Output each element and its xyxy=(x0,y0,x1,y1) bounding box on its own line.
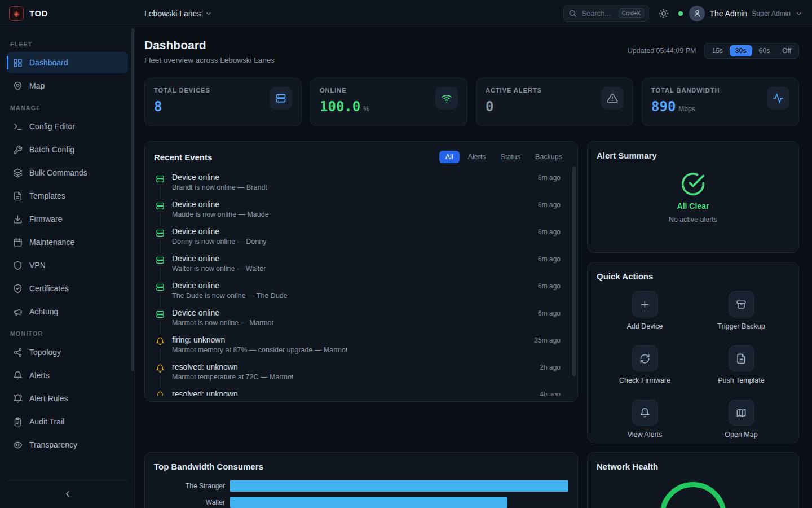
sidebar-section-label: FLEET xyxy=(10,41,125,47)
event-title: Device online xyxy=(172,227,219,236)
event-row[interactable]: Device online 6m ago Walter is now onlin… xyxy=(154,251,568,278)
bar xyxy=(230,497,508,508)
event-time: 6m ago xyxy=(538,174,561,182)
bell-ring-icon xyxy=(13,394,23,404)
page-title: Dashboard xyxy=(144,38,275,52)
event-title: resolved: unknown xyxy=(172,362,238,371)
event-row[interactable]: Device online 6m ago Donny is now online… xyxy=(154,224,568,251)
server-icon xyxy=(270,87,292,110)
map-icon xyxy=(729,400,754,426)
app-logo-icon: ◈ xyxy=(9,6,24,21)
scrollbar-thumb[interactable] xyxy=(131,28,134,371)
quick-action[interactable]: Add Device xyxy=(597,291,693,330)
sidebar-item[interactable]: Topology xyxy=(7,341,128,363)
theme-toggle-button[interactable] xyxy=(655,5,672,22)
event-time: 6m ago xyxy=(538,309,561,317)
sidebar-item-label: Alerts xyxy=(29,371,50,380)
archive-icon xyxy=(729,291,754,317)
megaphone-icon xyxy=(13,307,23,317)
sidebar-item[interactable]: Dashboard xyxy=(7,52,128,73)
refresh-icon xyxy=(632,345,658,371)
event-detail: Walter is now online — Walter xyxy=(172,265,561,273)
quick-action[interactable]: Open Map xyxy=(693,400,789,439)
event-row[interactable]: Device online 6m ago Maude is now online… xyxy=(154,197,568,224)
sidebar-item-label: Maintenance xyxy=(29,238,74,247)
map-pin-icon xyxy=(13,81,23,91)
quick-action[interactable]: Check Firmware xyxy=(597,345,693,384)
sidebar-item-label: Bulk Commands xyxy=(29,168,87,177)
event-row[interactable]: resolved: unknown 2h ago Marmot temperat… xyxy=(154,360,568,387)
event-time: 6m ago xyxy=(538,255,561,263)
events-tab[interactable]: Backups xyxy=(529,151,568,163)
layers-icon xyxy=(13,168,23,178)
events-tab[interactable]: All xyxy=(439,151,460,163)
event-title: Device online xyxy=(172,254,219,263)
sidebar-item-label: Achtung xyxy=(29,307,58,316)
search-icon xyxy=(568,9,577,17)
sidebar-item[interactable]: Audit Trail xyxy=(7,411,128,432)
sidebar-collapse-button[interactable] xyxy=(59,485,76,502)
sidebar-item[interactable]: Alert Rules xyxy=(7,388,128,409)
status-dot xyxy=(678,11,683,16)
global-search[interactable]: Cmd+K xyxy=(563,5,649,22)
sidebar-item[interactable]: Transparency xyxy=(7,434,128,456)
sidebar-item-label: Templates xyxy=(29,191,65,200)
search-input[interactable] xyxy=(580,8,615,18)
event-detail: Marmot memory at 87% — consider upgrade … xyxy=(172,346,561,354)
sidebar-item[interactable]: Config Editor xyxy=(7,116,128,137)
card-title: Recent Events xyxy=(154,152,212,162)
quick-action-label: Trigger Backup xyxy=(717,322,765,330)
event-time: 6m ago xyxy=(538,228,561,236)
bell-icon xyxy=(156,391,165,396)
quick-action[interactable]: Trigger Backup xyxy=(693,291,789,330)
refresh-option[interactable]: Off xyxy=(776,45,797,56)
quick-action[interactable]: View Alerts xyxy=(597,400,693,439)
events-list: Device online 6m ago Brandt is now onlin… xyxy=(154,170,568,396)
sidebar-item[interactable]: Alerts xyxy=(7,365,128,386)
sidebar-section: FLEET Dashboard Map xyxy=(7,41,128,97)
events-tab[interactable]: Status xyxy=(495,151,527,163)
stat-label: ACTIVE ALERTS xyxy=(486,87,542,94)
sidebar-item-label: Firmware xyxy=(29,214,62,224)
sidebar-item[interactable]: Firmware xyxy=(7,208,128,230)
bar-label: Walter xyxy=(154,498,225,506)
sidebar-item[interactable]: Certificates xyxy=(7,278,128,299)
sidebar: FLEET Dashboard Map MANAGE xyxy=(0,27,135,508)
event-row[interactable]: Device online 6m ago Brandt is now onlin… xyxy=(154,170,568,197)
scrollbar-thumb[interactable] xyxy=(572,167,576,376)
sidebar-item-label: Dashboard xyxy=(29,58,68,67)
event-row[interactable]: resolved: unknown 4h ago xyxy=(154,387,568,396)
quick-action-label: View Alerts xyxy=(628,431,663,439)
topbar: ◈ TOD Lebowski Lanes Cmd+K The Admin Sup… xyxy=(0,0,812,27)
sidebar-item-label: Audit Trail xyxy=(29,417,64,426)
file-text-icon xyxy=(729,345,754,371)
server-icon xyxy=(156,202,165,211)
event-detail: Marmot temperature at 72C — Marmot xyxy=(172,373,561,381)
user-icon xyxy=(693,9,701,17)
sidebar-item[interactable]: VPN xyxy=(7,255,128,276)
quick-action[interactable]: Push Template xyxy=(693,345,789,384)
grid-icon xyxy=(13,58,23,68)
sidebar-item[interactable]: Achtung xyxy=(7,301,128,322)
user-menu[interactable]: The Admin Super Admin xyxy=(689,6,803,21)
chevron-down-icon xyxy=(795,10,803,17)
refresh-option[interactable]: 60s xyxy=(753,45,775,56)
sidebar-item[interactable]: Bulk Commands xyxy=(7,162,128,183)
sidebar-item[interactable]: Batch Config xyxy=(7,139,128,160)
main-content: Dashboard Fleet overview across Lebowski… xyxy=(135,27,812,508)
check-circle-icon xyxy=(681,172,705,196)
refresh-option[interactable]: 15s xyxy=(706,45,728,56)
wifi-icon xyxy=(435,87,458,110)
sidebar-item[interactable]: Maintenance xyxy=(7,231,128,253)
event-row[interactable]: Device online 6m ago The Dude is now onl… xyxy=(154,278,568,305)
sidebar-section: MANAGE Config Editor Batch Config Bu xyxy=(7,104,128,322)
event-row[interactable]: Device online 6m ago Marmot is now onlin… xyxy=(154,305,568,332)
refresh-option[interactable]: 30s xyxy=(730,45,752,56)
events-tab[interactable]: Alerts xyxy=(462,151,492,163)
sidebar-item[interactable]: Templates xyxy=(7,185,128,207)
user-role: Super Admin xyxy=(752,10,791,17)
sidebar-item[interactable]: Map xyxy=(7,75,128,97)
event-row[interactable]: firing: unknown 35m ago Marmot memory at… xyxy=(154,332,568,360)
org-selector[interactable]: Lebowski Lanes xyxy=(144,9,213,18)
server-icon xyxy=(156,256,165,265)
